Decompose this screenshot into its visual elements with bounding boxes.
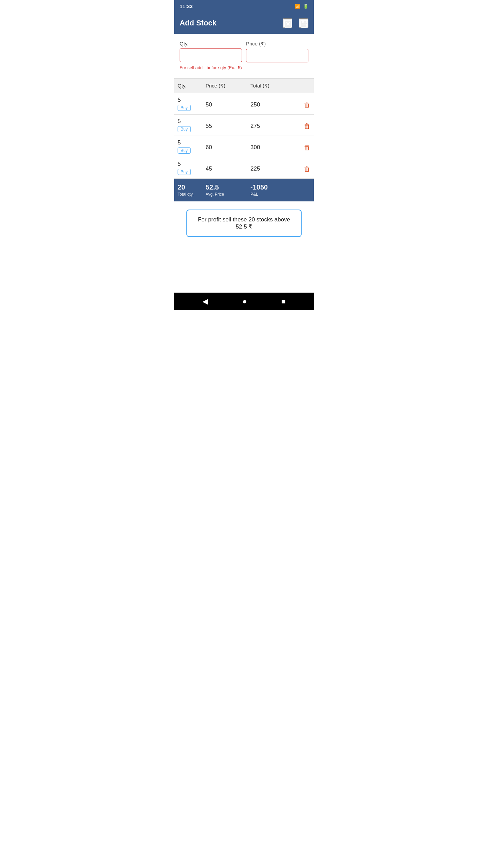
price-input[interactable] — [246, 49, 308, 62]
row3-qty: 5 Buy — [174, 136, 202, 157]
col-qty-header: Qty. — [174, 79, 202, 93]
qty-label: Qty. — [180, 41, 242, 46]
table-row: 5 Buy 45 225 🗑 — [174, 157, 314, 179]
bottom-nav: ◀ ● ■ — [174, 293, 314, 310]
row4-price: 45 — [202, 161, 247, 175]
row4-delete-button[interactable]: 🗑 — [301, 162, 313, 176]
summary-qty-cell: 20 Total qty. — [174, 179, 202, 201]
profit-message-text: For profit sell these 20 stocks above 52… — [198, 216, 290, 230]
row3-price: 60 — [202, 139, 247, 154]
row3-buy-badge: Buy — [178, 147, 191, 154]
summary-total-qty: 20 — [178, 183, 199, 191]
row4-buy-badge: Buy — [178, 169, 191, 175]
price-label: Price (₹) — [246, 41, 308, 47]
summary-pnl-cell: -1050 P&L — [247, 179, 298, 201]
row2-delete-cell: 🗑 — [298, 115, 314, 136]
row1-price: 50 — [202, 97, 247, 111]
row2-delete-button[interactable]: 🗑 — [301, 120, 313, 133]
row2-buy-badge: Buy — [178, 126, 191, 132]
app-bar-actions — [283, 18, 308, 28]
battery-icon: 🔋 — [303, 4, 308, 9]
table-section: Qty. Price (₹) Total (₹) 5 Buy 50 250 🗑 … — [174, 78, 314, 201]
trash-icon: 🗑 — [304, 144, 310, 152]
summary-pnl: -1050 — [250, 183, 294, 191]
row1-qty: 5 Buy — [174, 93, 202, 114]
price-input-group: Price (₹) — [246, 41, 308, 62]
row3-delete-button[interactable]: 🗑 — [301, 141, 313, 154]
row3-total: 300 — [247, 139, 298, 154]
content: Qty. Price (₹) For sell add - before qty… — [174, 34, 314, 293]
summary-avg-price-label: Avg. Price — [206, 192, 244, 197]
trash-icon: 🗑 — [304, 122, 310, 130]
row1-delete-button[interactable]: 🗑 — [301, 98, 313, 112]
row3-delete-cell: 🗑 — [298, 136, 314, 157]
back-button[interactable]: ◀ — [200, 294, 211, 309]
qty-input[interactable] — [180, 48, 242, 62]
row1-buy-badge: Buy — [178, 105, 191, 111]
sell-hint: For sell add - before qty (Ex. -5) — [180, 65, 308, 70]
sim-icon: 📶 — [295, 4, 300, 9]
col-price-header: Price (₹) — [202, 79, 247, 93]
col-total-header: Total (₹) — [247, 79, 298, 93]
input-section: Qty. Price (₹) For sell add - before qty… — [174, 34, 314, 73]
row4-total: 225 — [247, 161, 298, 175]
summary-pnl-label: P&L — [250, 192, 294, 197]
trash-icon: 🗑 — [304, 165, 310, 173]
recent-icon: ■ — [281, 297, 286, 305]
summary-avg-price: 52.5 — [206, 183, 244, 191]
home-button[interactable]: ● — [240, 294, 249, 309]
status-time: 11:33 — [180, 3, 192, 9]
clear-button[interactable] — [283, 18, 292, 28]
table-row: 5 Buy 55 275 🗑 — [174, 115, 314, 136]
summary-row: 20 Total qty. 52.5 Avg. Price -1050 P&L — [174, 179, 314, 201]
profit-message-section: For profit sell these 20 stocks above 52… — [174, 201, 314, 245]
table-row: 5 Buy 60 300 🗑 — [174, 136, 314, 157]
row4-qty: 5 Buy — [174, 157, 202, 178]
status-bar: 11:33 📶 🔋 — [174, 0, 314, 12]
row2-price: 55 — [202, 118, 247, 132]
save-button[interactable] — [299, 18, 308, 28]
row4-delete-cell: 🗑 — [298, 158, 314, 178]
back-icon: ◀ — [202, 297, 208, 305]
trash-icon: 🗑 — [304, 101, 310, 109]
summary-total-qty-label: Total qty. — [178, 192, 199, 197]
app-bar-title: Add Stock — [180, 19, 217, 27]
row2-total: 275 — [247, 118, 298, 132]
table-header: Qty. Price (₹) Total (₹) — [174, 78, 314, 93]
summary-price-cell: 52.5 Avg. Price — [202, 179, 247, 201]
summary-empty-cell — [298, 179, 314, 201]
status-icons: 📶 🔋 — [295, 4, 308, 9]
qty-input-group: Qty. — [180, 41, 242, 62]
row1-delete-cell: 🗑 — [298, 94, 314, 114]
recent-button[interactable]: ■ — [279, 294, 288, 309]
svg-rect-5 — [302, 24, 307, 27]
row1-total: 250 — [247, 97, 298, 111]
profit-message-box: For profit sell these 20 stocks above 52… — [186, 210, 302, 237]
input-row: Qty. Price (₹) — [180, 41, 308, 62]
row2-qty: 5 Buy — [174, 115, 202, 136]
col-action-header — [298, 79, 314, 93]
table-row: 5 Buy 50 250 🗑 — [174, 93, 314, 115]
app-bar: Add Stock — [174, 12, 314, 34]
svg-rect-4 — [302, 20, 306, 23]
home-icon: ● — [242, 297, 247, 305]
